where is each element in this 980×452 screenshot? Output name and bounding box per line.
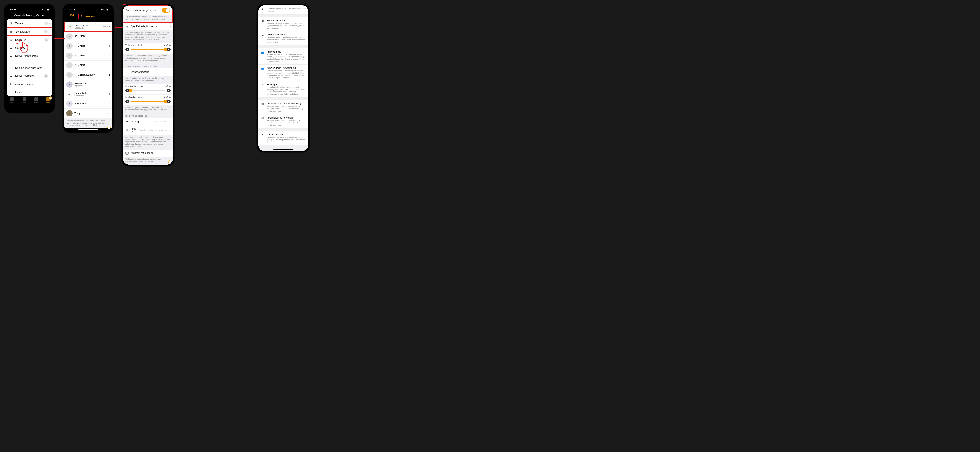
chevron-right-icon: ›	[109, 73, 110, 76]
tab-scenes[interactable]: Scènes	[34, 97, 39, 103]
slider-value: 100.0 %	[163, 44, 170, 46]
phone-4: 🌡 Tik of houd ingedrukt om de kleurtempe…	[257, 4, 310, 153]
opt-resume-auto-group[interactable]: ⓐ Automatisering hervatten (groep)Verwij…	[258, 100, 308, 115]
chevron-right-icon: ›	[109, 35, 110, 38]
device-round-table[interactable]: ▬ Round tableRound table ●○○○○ ›	[64, 89, 112, 99]
device-thumb: ▭	[67, 24, 73, 30]
opt-absence[interactable]: ⊘ AfwezigheidGeen directe bediening; zal…	[258, 81, 308, 98]
device-re2304nbt[interactable]: ● RE2304NBTsign right 2, ›	[64, 80, 112, 89]
row-label: Aan-uit-schakelaar gebruiken	[126, 9, 160, 11]
section-header: HANDMATIGE BEDIENING	[123, 113, 173, 118]
chevron-right-icon: ›	[109, 111, 110, 115]
signal-dots: ●○○○○	[103, 112, 108, 114]
page-title: Casambi Training Centre	[14, 14, 45, 17]
slider-track[interactable]	[130, 90, 165, 91]
opt-cycle-scenes[interactable]: ▣ Scènes doorlopenTik om de lijst met sc…	[258, 17, 308, 31]
target-icon: ◎	[126, 25, 129, 28]
chevron-right-icon: ›	[49, 46, 50, 49]
device-ptm215b[interactable]: ⊞ PTM215B ›	[64, 41, 112, 51]
tab-meer[interactable]: Meer	[46, 97, 49, 103]
row-use-switch[interactable]: Aan-uit-schakelaar gebruiken	[124, 6, 172, 15]
opt-presence-absence[interactable]: 👥 Aanwezigheid / AfwezigheidActiveert ee…	[258, 65, 308, 81]
users-icon: 👥	[261, 67, 265, 70]
opt-presence[interactable]: 👥 AanwezigheidActiveert een scène na het…	[258, 48, 308, 65]
minus-button[interactable]: −	[126, 100, 129, 103]
row-unpair[interactable]: ✕ Apparaat ontkoppelen	[123, 150, 173, 157]
home-indicator	[78, 129, 98, 130]
slider-daylight-gain: Verkregen daglicht 100.0 % − +	[123, 43, 173, 54]
device-thumb: ⊞	[66, 53, 73, 59]
device-ptm215b[interactable]: ⊞ PTM215B ›	[64, 60, 112, 70]
divider	[258, 46, 308, 48]
tab-bar: Lampen Galerij Scènes Meer	[5, 96, 53, 104]
minus-button[interactable]: −	[126, 48, 129, 51]
slider-track[interactable]	[130, 49, 165, 49]
row-behavior[interactable]: ≣ Gedrag Geen time-out ›	[123, 118, 173, 126]
more-icon	[46, 97, 49, 101]
device-ld220wcm[interactable]: ▭ LD220WCM LD220WCM ●●●○○ ›	[64, 22, 112, 32]
chevron-right-icon: ›	[48, 30, 49, 33]
chevron-right-icon: ›	[109, 25, 110, 29]
back-button[interactable]: ‹ Terug	[67, 13, 75, 16]
tab-galerij[interactable]: Galerij	[22, 97, 27, 103]
help-icon[interactable]: ?	[107, 126, 111, 129]
opt-active-standby[interactable]: ▶ Actief / In standbyTik om te wisselen …	[258, 31, 308, 46]
cycle-icon: ▣	[261, 19, 265, 23]
slider-track[interactable]	[130, 101, 165, 102]
device-trinty[interactable]: ⬤ Trinty ●○○○○ ›	[64, 108, 112, 118]
row-default-mode[interactable]: ⓘ Standaardmodus ›	[123, 68, 173, 76]
row-netwerk-wijzigen[interactable]: ▲ Netwerk wijzigen 43 ›	[7, 72, 52, 80]
help-icon[interactable]: ?	[168, 160, 171, 164]
status-icons: •ıl ⏦ ▮▮	[101, 8, 108, 11]
plus-button[interactable]: +	[167, 100, 170, 103]
list-footnote: De schakelaars die op batterijen werken,…	[64, 118, 112, 128]
row-label: Timers	[15, 22, 45, 25]
plus-button[interactable]: +	[167, 89, 170, 92]
cloud-icon: ☁	[9, 46, 13, 50]
device-ptm215b-test[interactable]: ⊞ PTM215Btest harry ›	[64, 70, 112, 80]
info-icon: ⓘ	[9, 90, 13, 94]
chevron-right-icon: ›	[170, 120, 170, 123]
row-nabijgelegen[interactable]: ◎ Nabijgelegen apparaten ›	[7, 64, 52, 72]
row-timeout[interactable]: ◷ Time-out Standaardinstelling gebruiken…	[123, 126, 173, 135]
play-icon: ▶	[261, 33, 265, 37]
nousers-icon: ⊘	[261, 83, 265, 87]
device-thumb: ⬤	[66, 110, 73, 116]
row-value: Geen time-out	[154, 120, 167, 123]
divider	[258, 145, 308, 148]
plus-button[interactable]: +	[167, 48, 170, 51]
divider	[7, 60, 52, 64]
radar-icon: ◎	[9, 66, 13, 70]
row-description: Op de knop tikken schakelt het geconfigu…	[124, 15, 172, 22]
device-thumb: ▬	[66, 91, 73, 97]
phone-2: 08:14 •ıl ⏦ ▮▮ ‹ Terug Schakelaars ⌕ ▭ L…	[63, 4, 114, 132]
row-timers[interactable]: ◷ Timers 1 ›	[7, 19, 52, 27]
network-icon: ▲	[9, 54, 13, 58]
row-help[interactable]: ⓘ Help ›	[7, 88, 52, 96]
device-switch-glass[interactable]: ◉ Switch Glass ›	[64, 99, 112, 108]
minus-button[interactable]: −	[126, 89, 129, 92]
auto-icon: ⓐ	[261, 102, 265, 106]
tab-lampen[interactable]: Lampen	[9, 97, 15, 103]
screen: 08:14 •ıl ⏦ ▮▮ ‹ Terug Schakelaars ⌕ ▭ L…	[64, 5, 112, 131]
row-description: Specificeert de hoeveelheid daglicht ver…	[123, 54, 173, 64]
device-ptm215b[interactable]: ⊞ PTM215B ›	[64, 32, 112, 41]
opt-cycle-modes[interactable]: ⟳ Modi doorlopenTik om de ingeschakelde …	[258, 131, 308, 145]
device-thumb: ⊞	[66, 62, 73, 68]
row-description: Selecteert de specifieke daglichtsensor …	[123, 30, 173, 43]
clock-icon: ◷	[9, 21, 13, 25]
sensor-icon: ◉	[9, 38, 13, 42]
opt-resume-auto[interactable]: ⓐ Automatisering hervattenVerwijdert de …	[258, 115, 308, 129]
slider-label: Verkregen daglicht	[126, 44, 142, 46]
row-app-instellingen[interactable]: ▦ App-instellingen ›	[7, 80, 52, 88]
chevron-right-icon: ›	[109, 92, 110, 96]
device-ptm215b[interactable]: ⊞ PTM215B ›	[64, 51, 112, 60]
toggle-switch[interactable]	[162, 8, 170, 13]
row-schakelaars[interactable]: ⊠ Schakelaars 17 ›	[7, 27, 52, 36]
connector-line	[123, 4, 124, 28]
search-icon[interactable]: ⌕	[107, 13, 109, 16]
opt-colortemp[interactable]: 🌡 Tik of houd ingedrukt om de kleurtempe…	[258, 5, 308, 14]
row-description: Selecteert wat er gebeurt wanneer de tim…	[123, 135, 173, 150]
screen: 🌡 Tik of houd ingedrukt om de kleurtempe…	[258, 5, 308, 151]
row-daylight-sensor[interactable]: ◎ Specifieke daglichtsensor ›	[123, 23, 173, 30]
